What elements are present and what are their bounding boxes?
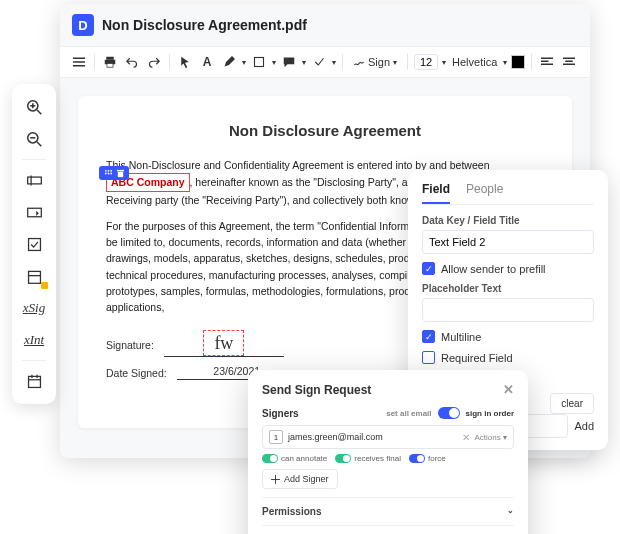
- chevron-down-icon: ▾: [393, 58, 397, 67]
- sign-in-order-toggle[interactable]: [438, 407, 460, 419]
- zoom-out-icon[interactable]: [18, 124, 50, 154]
- set-all-email-link[interactable]: set all email: [386, 409, 431, 418]
- dropdown-caret-icon[interactable]: ▾: [242, 58, 246, 67]
- dropdown-tool-icon[interactable]: [18, 197, 50, 227]
- clear-button[interactable]: clear: [550, 393, 594, 414]
- required-label: Required Field: [441, 352, 513, 364]
- svg-rect-3: [106, 57, 114, 60]
- svg-rect-19: [117, 171, 122, 176]
- chevron-down-icon: ⌄: [507, 506, 514, 517]
- dropdown-caret-icon[interactable]: ▾: [272, 58, 276, 67]
- font-family-caret-icon[interactable]: ▾: [503, 58, 507, 67]
- svg-rect-10: [563, 58, 575, 60]
- company-field[interactable]: ABC Company: [106, 173, 190, 191]
- toolbar-separator: [342, 54, 343, 70]
- toolbar-separator: [531, 54, 532, 70]
- shape-tool-icon[interactable]: [250, 53, 268, 71]
- svg-point-16: [104, 172, 106, 174]
- pointer-icon[interactable]: [176, 53, 194, 71]
- print-icon[interactable]: [101, 53, 119, 71]
- redo-icon[interactable]: [145, 53, 163, 71]
- placeholder-text-label: Placeholder Text: [422, 283, 594, 294]
- signature-line[interactable]: fw: [164, 333, 284, 357]
- signature-label: Signature:: [106, 339, 154, 351]
- multiline-label: Multiline: [441, 331, 481, 343]
- stamp-icon[interactable]: [310, 53, 328, 71]
- app-logo-icon: D: [72, 14, 94, 36]
- add-button[interactable]: Add: [574, 420, 594, 432]
- text-field-tool-icon[interactable]: [18, 165, 50, 195]
- delete-icon[interactable]: [115, 168, 125, 178]
- side-separator: [22, 159, 46, 160]
- signature-icon: [353, 56, 365, 68]
- svg-rect-6: [255, 58, 264, 67]
- font-size-caret-icon[interactable]: ▾: [442, 58, 446, 67]
- tab-people[interactable]: People: [466, 182, 503, 204]
- required-checkbox[interactable]: [422, 351, 435, 364]
- svg-rect-31: [28, 238, 40, 250]
- document-title: Non Disclosure Agreement: [106, 122, 544, 139]
- svg-rect-30: [27, 208, 41, 217]
- svg-rect-7: [541, 58, 553, 60]
- font-size-input[interactable]: [414, 54, 438, 70]
- svg-line-22: [37, 110, 41, 114]
- align-center-icon[interactable]: [560, 53, 578, 71]
- initials-field-tool[interactable]: xInt: [18, 325, 50, 355]
- tab-field[interactable]: Field: [422, 182, 450, 204]
- field-handle[interactable]: [99, 166, 129, 180]
- side-separator: [22, 360, 46, 361]
- document-name: Non Disclosure Agreement.pdf: [102, 17, 307, 33]
- can-annotate-toggle[interactable]: can annotate: [262, 454, 327, 463]
- multiline-checkbox[interactable]: ✓: [422, 330, 435, 343]
- receives-final-toggle[interactable]: receives final: [335, 454, 401, 463]
- sign-dropdown[interactable]: Sign ▾: [349, 54, 401, 70]
- menu-icon[interactable]: [70, 53, 88, 71]
- sign-in-order-label: sign in order: [466, 409, 514, 418]
- svg-line-26: [37, 142, 41, 146]
- drag-icon[interactable]: [103, 168, 113, 178]
- send-sign-request-dialog: Send Sign Request ✕ Signers set all emai…: [248, 370, 528, 534]
- undo-icon[interactable]: [123, 53, 141, 71]
- toolbar-separator: [94, 54, 95, 70]
- signer-email[interactable]: james.green@mail.com: [288, 432, 457, 442]
- svg-point-13: [104, 170, 106, 172]
- svg-rect-2: [73, 65, 85, 67]
- svg-point-14: [107, 170, 109, 172]
- data-key-label: Data Key / Field Title: [422, 215, 594, 226]
- permissions-accordion[interactable]: Permissions⌄: [262, 497, 514, 525]
- svg-rect-32: [28, 271, 40, 283]
- color-swatch[interactable]: [511, 55, 525, 69]
- align-left-icon[interactable]: [538, 53, 556, 71]
- data-key-input[interactable]: [422, 230, 594, 254]
- text-tool-icon[interactable]: A: [198, 53, 216, 71]
- signature-mark[interactable]: fw: [203, 330, 244, 356]
- allow-prefill-label: Allow sender to prefill: [441, 263, 546, 275]
- placeholder-text-input[interactable]: [422, 298, 594, 322]
- secure-field-tool-icon[interactable]: [18, 261, 50, 291]
- allow-prefill-checkbox[interactable]: ✓: [422, 262, 435, 275]
- comment-icon[interactable]: [280, 53, 298, 71]
- dropdown-caret-icon[interactable]: ▾: [302, 58, 306, 67]
- signature-field-tool[interactable]: xSig: [18, 293, 50, 323]
- svg-rect-12: [563, 64, 575, 66]
- pen-tool-icon[interactable]: [220, 53, 238, 71]
- dialog-title: Send Sign Request: [262, 383, 371, 397]
- svg-rect-11: [566, 61, 574, 63]
- font-family-select[interactable]: Helvetica: [450, 55, 499, 69]
- date-field-tool-icon[interactable]: [18, 366, 50, 396]
- signer-actions-dropdown[interactable]: Actions ▾: [475, 433, 507, 442]
- zoom-in-icon[interactable]: [18, 92, 50, 122]
- signer-row: 1 james.green@mail.com ✕ Actions ▾: [262, 425, 514, 449]
- toolbar-separator: [407, 54, 408, 70]
- checkbox-tool-icon[interactable]: [18, 229, 50, 259]
- svg-rect-8: [541, 61, 549, 63]
- toolbar-separator: [169, 54, 170, 70]
- force-toggle[interactable]: force: [409, 454, 446, 463]
- add-signer-button[interactable]: Add Signer: [262, 469, 338, 489]
- remove-signer-icon[interactable]: ✕: [462, 432, 470, 443]
- options-accordion[interactable]: Options⌄: [262, 525, 514, 534]
- close-icon[interactable]: ✕: [503, 382, 514, 397]
- dropdown-caret-icon[interactable]: ▾: [332, 58, 336, 67]
- svg-rect-5: [107, 64, 113, 68]
- svg-rect-9: [541, 64, 553, 66]
